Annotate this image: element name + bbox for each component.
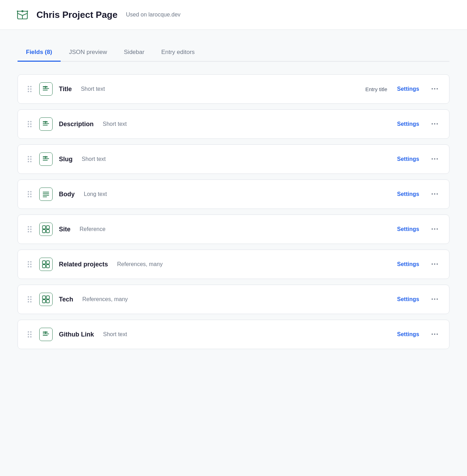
svg-rect-28 [42,300,46,303]
drag-handle[interactable] [26,190,33,199]
field-type: Short text [81,86,105,92]
more-options-button[interactable]: ··· [429,329,441,340]
settings-link[interactable]: Settings [397,296,419,302]
field-row: Github Link Short text Settings ··· [18,320,449,349]
entry-title-badge: Entry title [365,86,387,92]
more-options-button[interactable]: ··· [429,189,441,199]
svg-rect-19 [46,226,49,229]
tab-fields[interactable]: Fields (8) [18,44,61,62]
drag-handle[interactable] [26,260,33,269]
field-row: Body Long text Settings ··· [18,179,449,209]
field-type: References, many [117,261,163,267]
field-name: Tech [59,296,73,303]
tab-sidebar[interactable]: Sidebar [115,44,153,62]
field-type: Short text [103,121,127,127]
settings-link[interactable]: Settings [397,86,419,92]
drag-handle[interactable] [26,295,33,304]
svg-rect-16 [43,195,49,196]
field-row: Description Short text Settings ··· [18,109,449,139]
more-options-button[interactable]: ··· [429,224,441,234]
settings-link[interactable]: Settings [397,261,419,267]
field-meta: Settings ··· [397,259,441,270]
svg-point-4 [27,11,28,12]
field-type: Reference [80,226,106,232]
field-type: References, many [82,296,128,302]
more-options-button[interactable]: ··· [429,84,441,94]
field-name: Slug [59,156,73,163]
field-name: Github Link [59,331,94,338]
svg-rect-18 [42,226,46,229]
svg-rect-22 [42,261,46,264]
field-row: Tech References, many Settings ··· [18,285,449,314]
tab-json-preview[interactable]: JSON preview [61,44,116,62]
page-subtitle: Used on larocque.dev [126,12,181,18]
drag-handle[interactable] [26,330,33,339]
svg-rect-20 [42,230,46,233]
field-meta: Settings ··· [397,224,441,234]
field-meta: Settings ··· [397,189,441,199]
settings-link[interactable]: Settings [397,121,419,127]
svg-rect-0 [14,6,31,23]
field-type: Short text [82,156,106,162]
field-icon-github_link [39,328,53,341]
field-meta: Settings ··· [397,294,441,305]
more-options-button[interactable]: ··· [429,259,441,270]
more-options-button[interactable]: ··· [429,154,441,164]
settings-link[interactable]: Settings [397,331,419,338]
svg-rect-29 [46,300,49,303]
settings-link[interactable]: Settings [397,156,419,162]
field-meta: Settings ··· [397,154,441,164]
field-icon-tech [39,293,53,306]
field-icon-body [39,188,53,201]
svg-rect-32 [43,335,48,336]
field-icon-title [39,82,53,96]
svg-rect-15 [43,193,49,194]
field-name: Body [59,191,75,198]
field-meta: Settings ··· [397,119,441,129]
drag-handle[interactable] [26,120,33,129]
main-content: Fields (8) JSON preview Sidebar Entry ed… [0,30,467,363]
field-name: Description [59,121,94,128]
field-type: Long text [84,191,107,197]
field-row: Related projects References, many Settin… [18,250,449,279]
svg-rect-14 [43,192,49,192]
svg-point-3 [17,11,18,12]
svg-rect-17 [43,197,47,197]
page-title: Chris Project Page [36,9,117,20]
field-name: Title [59,86,72,93]
drag-handle[interactable] [26,84,33,94]
svg-rect-26 [42,296,46,299]
more-options-button[interactable]: ··· [429,119,441,129]
svg-rect-25 [46,265,49,268]
field-meta: Entry title Settings ··· [365,84,441,94]
page-header: Chris Project Page Used on larocque.dev [0,0,467,30]
more-options-button[interactable]: ··· [429,294,441,305]
field-icon-description [39,117,53,131]
field-row: Site Reference Settings ··· [18,215,449,244]
field-icon-site [39,223,53,236]
field-icon-slug [39,152,53,166]
svg-rect-23 [46,261,49,264]
svg-rect-7 [43,90,48,90]
fields-list: Title Short text Entry title Settings ··… [18,74,449,349]
tabs-bar: Fields (8) JSON preview Sidebar Entry ed… [18,44,449,62]
svg-rect-21 [46,230,49,233]
settings-link[interactable]: Settings [397,191,419,197]
svg-rect-13 [43,160,48,161]
svg-rect-10 [43,125,48,125]
tab-entry-editors[interactable]: Entry editors [153,44,203,62]
svg-rect-24 [42,265,46,268]
settings-link[interactable]: Settings [397,226,419,232]
drag-handle[interactable] [26,155,33,164]
svg-point-2 [21,10,23,12]
drag-handle[interactable] [26,225,33,234]
field-name: Site [59,226,70,233]
field-meta: Settings ··· [397,329,441,340]
field-icon-related_projects [39,258,53,271]
svg-rect-27 [46,296,49,299]
field-row: Title Short text Entry title Settings ··… [18,74,449,104]
field-row: Slug Short text Settings ··· [18,144,449,174]
app-logo [14,6,31,23]
field-type: Short text [103,331,127,338]
field-name: Related projects [59,261,108,268]
